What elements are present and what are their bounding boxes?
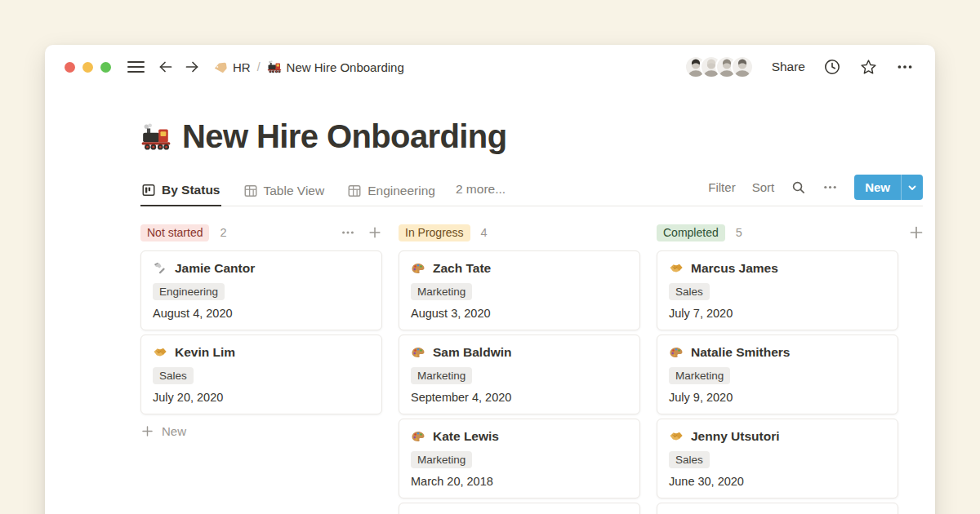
status-badge[interactable]: Completed — [657, 224, 725, 241]
start-date: June 30, 2020 — [669, 475, 886, 488]
share-button[interactable]: Share — [772, 60, 805, 74]
start-date: July 7, 2020 — [669, 307, 886, 320]
more-views-link[interactable]: 2 more... — [456, 182, 506, 206]
card-natalie-smithers[interactable]: Natalie Smithers Marketing July 9, 2020 — [657, 335, 898, 414]
close-window-button[interactable] — [65, 62, 75, 73]
card-name: Zach Tate — [433, 260, 491, 277]
new-dropdown-chevron-icon[interactable] — [901, 175, 923, 200]
window-topbar: HR / New Hire Onboarding Share — [45, 45, 935, 89]
new-button-label[interactable]: New — [854, 175, 901, 200]
card-jenny-utsutori[interactable]: Jenny Utsutori Sales June 30, 2020 — [657, 419, 898, 498]
start-date: July 20, 2020 — [153, 391, 370, 404]
card-kate-lewis[interactable]: Kate Lewis Marketing March 20, 2018 — [399, 419, 640, 498]
department-tag: Sales — [669, 283, 710, 300]
start-date: September 4, 2020 — [411, 391, 628, 404]
department-tag: Marketing — [411, 451, 472, 468]
department-tag: Engineering — [153, 283, 225, 300]
column-count: 2 — [220, 226, 226, 239]
status-badge[interactable]: Not started — [140, 224, 209, 241]
updates-clock-icon[interactable] — [823, 58, 841, 76]
kanban-board: Not started 2 Jamie Cantor — [140, 223, 923, 514]
table-view-icon — [347, 184, 362, 198]
card-name: Jenny Utsutori — [691, 428, 780, 445]
breadcrumb-page[interactable]: New Hire Onboarding — [267, 60, 404, 74]
department-tag: Sales — [153, 367, 194, 384]
back-arrow-icon[interactable] — [158, 59, 174, 75]
card-matt-mills-partial[interactable]: Matt Mills — [657, 503, 898, 514]
card-name: Kevin Lim — [175, 344, 235, 361]
card-sam-baldwin[interactable]: Sam Baldwin Marketing September 4, 2020 — [399, 335, 640, 414]
card-marcus-james[interactable]: Marcus James Sales July 7, 2020 — [657, 250, 898, 330]
card-name: Natalie Smithers — [691, 344, 790, 361]
tag-emoji — [213, 60, 228, 74]
department-tag: Marketing — [411, 283, 472, 300]
column-count: 5 — [736, 226, 742, 239]
new-button[interactable]: New — [854, 175, 923, 200]
add-card-new-button[interactable]: New — [140, 424, 382, 438]
card-zach-tate[interactable]: Zach Tate Marketing August 3, 2020 — [399, 250, 640, 330]
breadcrumb-separator: / — [257, 60, 261, 73]
more-options-icon[interactable] — [896, 58, 914, 76]
start-date: July 9, 2020 — [669, 391, 886, 404]
card-shawn-hart-partial[interactable]: Shawn Hart — [399, 503, 640, 514]
add-card-label: New — [162, 424, 186, 438]
board-view-icon — [141, 183, 156, 197]
view-tabs-bar: By Status Table View Engineering 2 more.… — [140, 175, 923, 206]
handshake-emoji — [669, 429, 684, 444]
column-options-icon[interactable] — [341, 225, 355, 240]
tab-label: By Status — [162, 183, 220, 197]
card-name: Jamie Cantor — [175, 260, 255, 277]
palette-emoji — [411, 345, 425, 360]
table-view-icon — [243, 184, 258, 198]
handshake-emoji — [153, 345, 167, 360]
status-badge[interactable]: In Progress — [399, 224, 470, 241]
card-kevin-lim[interactable]: Kevin Lim Sales July 20, 2020 — [140, 335, 382, 414]
card-name: Sam Baldwin — [433, 344, 511, 361]
tab-table-view[interactable]: Table View — [243, 178, 326, 206]
palette-emoji — [411, 261, 425, 276]
hammer-emoji — [153, 261, 167, 276]
page-title: New Hire Onboarding — [182, 118, 507, 155]
favorite-star-icon[interactable] — [859, 58, 878, 77]
locomotive-emoji — [267, 60, 282, 74]
add-group-plus-icon[interactable] — [908, 224, 924, 241]
sort-button[interactable]: Sort — [752, 180, 775, 194]
minimize-window-button[interactable] — [82, 62, 93, 73]
forward-arrow-icon[interactable] — [184, 59, 200, 75]
column-add-card-icon[interactable] — [368, 225, 382, 240]
sidebar-menu-icon[interactable] — [127, 61, 145, 73]
card-jamie-cantor[interactable]: Jamie Cantor Engineering August 4, 2020 — [140, 250, 382, 330]
zoom-window-button[interactable] — [100, 62, 111, 73]
avatar — [731, 55, 754, 78]
page-icon-locomotive[interactable] — [140, 122, 172, 153]
tab-engineering[interactable]: Engineering — [346, 178, 436, 206]
start-date: August 4, 2020 — [153, 307, 370, 320]
palette-emoji — [411, 429, 425, 444]
handshake-emoji — [669, 261, 684, 276]
collaborator-avatars[interactable] — [684, 55, 754, 78]
card-name: Marcus James — [691, 260, 778, 277]
breadcrumb: HR / New Hire Onboarding — [213, 60, 404, 74]
app-window: HR / New Hire Onboarding Share — [45, 45, 935, 514]
tab-label: Table View — [264, 184, 325, 198]
column-count: 4 — [481, 226, 488, 239]
breadcrumb-page-label: New Hire Onboarding — [287, 60, 404, 74]
view-options-icon[interactable] — [822, 179, 838, 195]
filter-button[interactable]: Filter — [708, 180, 735, 194]
start-date: March 20, 2018 — [411, 475, 628, 488]
column-in-progress: In Progress 4 Zach Tate Marketing August… — [399, 223, 640, 514]
column-not-started: Not started 2 Jamie Cantor — [140, 223, 382, 514]
breadcrumb-workspace-label: HR — [233, 60, 251, 74]
column-completed: Completed 5 Marcus James Sales July 7, 2… — [657, 223, 898, 514]
breadcrumb-workspace[interactable]: HR — [213, 60, 251, 74]
department-tag: Marketing — [669, 367, 730, 384]
window-controls — [65, 62, 111, 73]
search-icon[interactable] — [791, 179, 806, 195]
plus-icon — [140, 424, 154, 438]
tab-label: Engineering — [368, 184, 435, 198]
card-name: Kate Lewis — [433, 428, 499, 445]
palette-emoji — [669, 345, 684, 360]
department-tag: Sales — [669, 451, 710, 468]
tab-by-status[interactable]: By Status — [140, 178, 221, 206]
department-tag: Marketing — [411, 367, 472, 384]
